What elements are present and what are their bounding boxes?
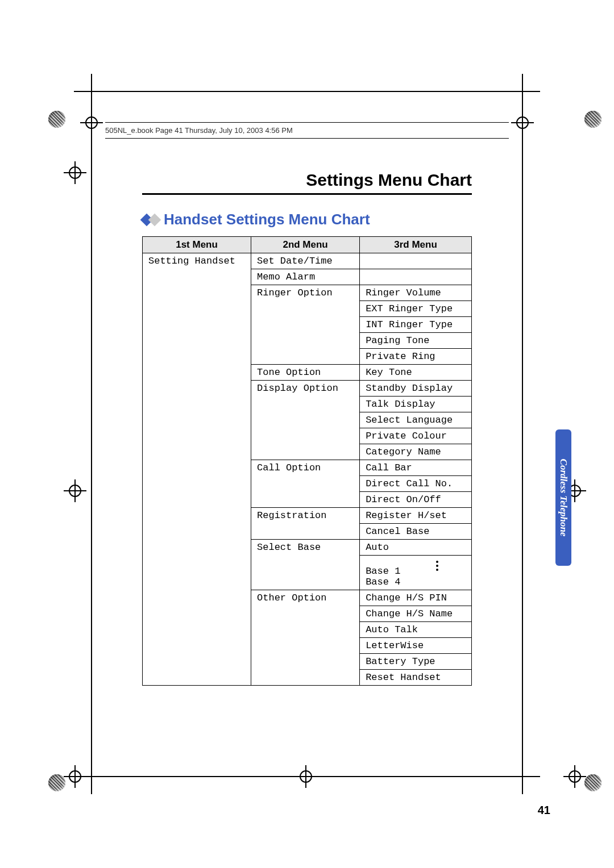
cell-3rd-menu: Ringer Volume — [360, 285, 472, 301]
cell-2nd-menu: Ringer Option — [251, 285, 360, 365]
section-tab: Cordless Telephone — [555, 429, 571, 566]
range-bottom-label: Base 4 — [366, 577, 400, 587]
cell-3rd-menu: Private Ring — [360, 349, 472, 365]
cell-3rd-menu: Auto Talk — [360, 622, 472, 638]
cell-3rd-menu: INT Ringer Type — [360, 317, 472, 333]
cell-3rd-menu: Direct On/Off — [360, 492, 472, 508]
cell-3rd-menu: Call Bar — [360, 460, 472, 476]
crop-tick — [522, 74, 523, 91]
print-sphere-icon — [584, 774, 601, 791]
registration-mark-icon — [515, 115, 530, 131]
cell-2nd-menu: Call Option — [251, 460, 360, 508]
registration-mark-icon — [84, 115, 99, 131]
section-tab-label: Cordless Telephone — [558, 459, 569, 537]
cell-3rd-menu — [360, 269, 472, 285]
cell-2nd-menu: Display Option — [251, 381, 360, 460]
vertical-ellipsis-icon — [436, 559, 438, 573]
page-title: Settings Menu Chart — [142, 170, 472, 190]
registration-mark-icon — [67, 483, 83, 499]
crop-tick — [74, 91, 91, 92]
menu-chart-table: 1st Menu 2nd Menu 3rd Menu Setting Hands… — [142, 236, 472, 686]
page: 505NL_e.book Page 41 Thursday, July 10, … — [0, 0, 614, 868]
cell-3rd-menu-range: Base 1 Base 4 — [360, 556, 472, 590]
cell-3rd-menu: Auto — [360, 540, 472, 556]
cell-3rd-menu: EXT Ringer Type — [360, 301, 472, 317]
table-header-row: 1st Menu 2nd Menu 3rd Menu — [143, 237, 472, 253]
crop-line — [91, 91, 92, 777]
cell-3rd-menu: Select Language — [360, 412, 472, 428]
cell-3rd-menu: Cancel Base — [360, 524, 472, 540]
cell-3rd-menu: Key Tone — [360, 365, 472, 381]
spacer — [553, 91, 554, 777]
cell-1st-menu: Setting Handset — [143, 253, 251, 686]
header-rule — [105, 138, 509, 139]
page-number: 41 — [538, 804, 550, 817]
registration-mark-icon — [567, 769, 583, 784]
cell-3rd-menu: Direct Call No. — [360, 476, 472, 492]
cell-3rd-menu: Standby Display — [360, 381, 472, 397]
cell-2nd-menu: Other Option — [251, 590, 360, 686]
print-sphere-icon — [584, 111, 601, 128]
file-header: 505NL_e.book Page 41 Thursday, July 10, … — [105, 126, 293, 135]
registration-mark-icon — [298, 769, 314, 784]
header-rule — [105, 122, 509, 123]
subtitle: Handset Settings Menu Chart — [164, 211, 370, 228]
cell-3rd-menu: Talk Display — [360, 397, 472, 412]
cell-2nd-menu: Select Base — [251, 540, 360, 590]
cell-3rd-menu — [360, 253, 472, 269]
cell-3rd-menu: Private Colour — [360, 428, 472, 444]
content-area: Settings Menu Chart Handset Settings Men… — [142, 170, 472, 720]
registration-mark-icon — [67, 165, 83, 181]
crop-tick — [91, 777, 92, 794]
cell-2nd-menu: Memo Alarm — [251, 269, 360, 285]
cell-3rd-menu: Paging Tone — [360, 333, 472, 349]
crop-line — [522, 91, 523, 777]
col-header-3rd: 3rd Menu — [360, 237, 472, 253]
crop-tick — [523, 776, 540, 777]
col-header-1st: 1st Menu — [143, 237, 251, 253]
cell-2nd-menu: Set Date/Time — [251, 253, 360, 269]
crop-tick — [523, 91, 540, 92]
crop-tick — [91, 74, 92, 91]
cell-3rd-menu: Reset Handset — [360, 670, 472, 686]
diamond-bullet-icon — [148, 213, 161, 226]
print-sphere-icon — [48, 774, 65, 791]
crop-line — [91, 91, 523, 92]
cell-3rd-menu: Category Name — [360, 444, 472, 460]
cell-3rd-menu: Register H/set — [360, 508, 472, 524]
subtitle-row: Handset Settings Menu Chart — [142, 211, 472, 228]
table-row: Setting Handset Set Date/Time — [143, 253, 472, 269]
col-header-2nd: 2nd Menu — [251, 237, 360, 253]
cell-3rd-menu: LetterWise — [360, 638, 472, 654]
cell-3rd-menu: Change H/S PIN — [360, 590, 472, 606]
registration-mark-icon — [67, 769, 83, 784]
cell-2nd-menu: Tone Option — [251, 365, 360, 381]
cell-3rd-menu: Battery Type — [360, 654, 472, 670]
range-top-label: Base 1 — [366, 566, 400, 577]
print-sphere-icon — [48, 111, 65, 128]
cell-3rd-menu: Change H/S Name — [360, 606, 472, 622]
cell-2nd-menu: Registration — [251, 508, 360, 540]
crop-tick — [522, 777, 523, 794]
title-rule — [142, 193, 472, 195]
